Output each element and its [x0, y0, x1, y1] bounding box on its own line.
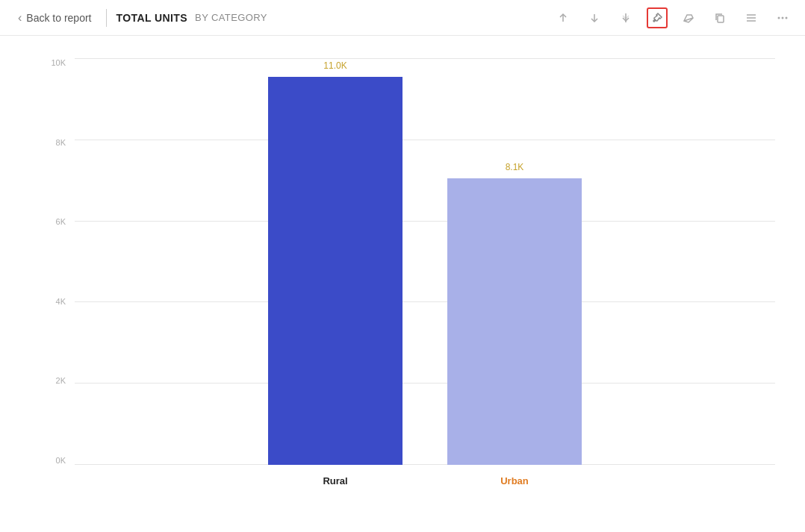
back-button[interactable]: ‹ Back to report	[12, 8, 97, 28]
bars-container: 11.0K 8.1K	[75, 58, 775, 465]
vertical-divider	[106, 9, 107, 27]
y-axis: 0K 2K 4K 6K 8K 10K	[45, 51, 75, 487]
toolbar-left: ‹ Back to report TOTAL UNITS BY CATEGORY	[12, 8, 267, 28]
pin-icon[interactable]	[647, 7, 668, 28]
x-labels: Rural Urban	[75, 474, 775, 487]
bar-value-rural: 11.0K	[323, 60, 346, 71]
sort-ascending-icon[interactable]	[553, 7, 574, 28]
x-label-urban: Urban	[500, 475, 529, 486]
x-label-group-urban: Urban	[447, 474, 582, 487]
page-title: TOTAL UNITS	[116, 12, 187, 24]
svg-rect-6	[718, 16, 724, 22]
sort-descending-icon[interactable]	[584, 7, 605, 28]
svg-point-12	[786, 16, 788, 19]
y-label-4k: 4K	[56, 297, 66, 306]
chart-area: 0K 2K 4K 6K 8K 10K 11.0K 8.1K	[0, 36, 805, 532]
toolbar: ‹ Back to report TOTAL UNITS BY CATEGORY	[0, 0, 805, 36]
bar-rural[interactable]	[268, 77, 402, 465]
more-options-icon[interactable]	[772, 7, 793, 28]
y-label-6k: 6K	[56, 217, 66, 226]
x-label-rural: Rural	[323, 475, 347, 486]
y-label-0k: 0K	[56, 456, 66, 465]
svg-point-11	[782, 16, 784, 19]
svg-point-10	[778, 16, 780, 19]
y-label-8k: 8K	[56, 138, 66, 147]
page-subtitle: BY CATEGORY	[195, 12, 267, 23]
x-label-group-rural: Rural	[268, 474, 402, 487]
y-label-2k: 2K	[56, 376, 66, 385]
menu-icon[interactable]	[741, 7, 762, 28]
back-label: Back to report	[26, 12, 91, 24]
bar-value-urban: 8.1K	[506, 162, 524, 172]
chevron-left-icon: ‹	[18, 11, 22, 25]
y-label-10k: 10K	[51, 58, 66, 67]
bar-group-urban: 8.1K	[447, 162, 582, 465]
toolbar-right	[553, 7, 793, 28]
bar-urban[interactable]	[447, 178, 582, 465]
svg-line-3	[653, 19, 656, 22]
sort-double-descending-icon[interactable]	[615, 7, 636, 28]
chart-inner: 11.0K 8.1K Rural Urban	[75, 51, 775, 487]
eraser-icon[interactable]	[678, 7, 699, 28]
bar-group-rural: 11.0K	[268, 60, 402, 465]
copy-icon[interactable]	[709, 7, 730, 28]
